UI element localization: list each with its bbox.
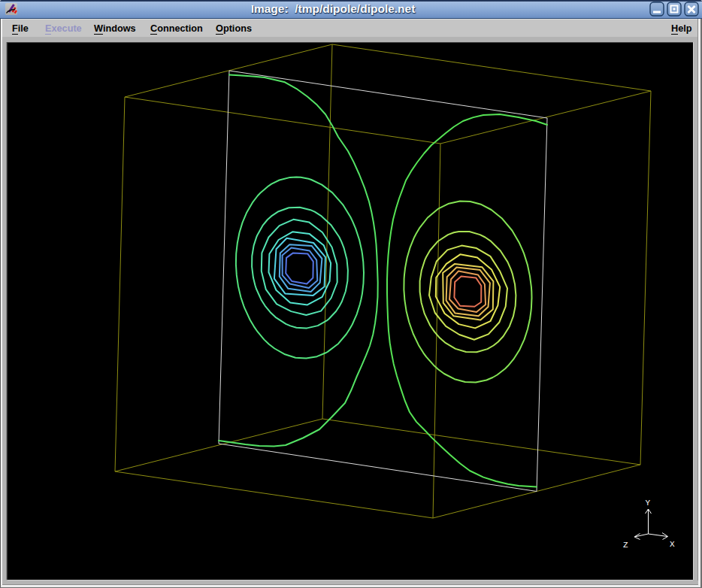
svg-text:X: X [670, 540, 675, 549]
svg-text:Z: Z [623, 541, 628, 550]
svg-text:Y: Y [646, 499, 651, 508]
